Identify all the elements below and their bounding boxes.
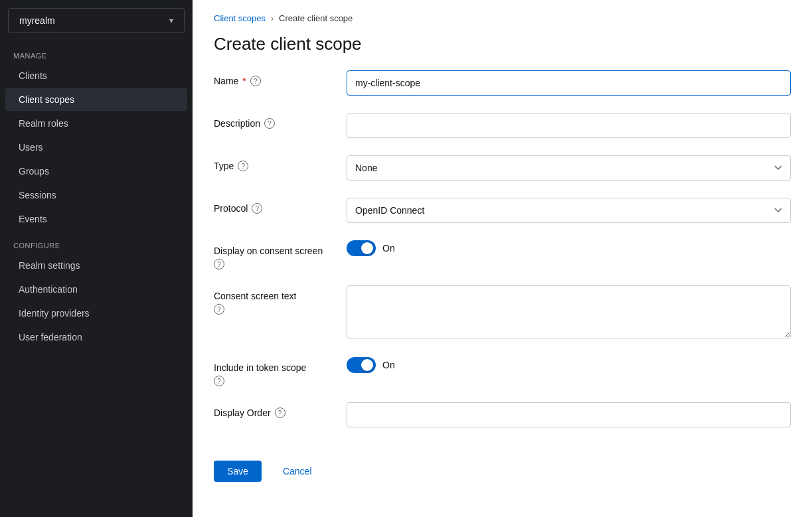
- include-token-row: Include in token scope ? On: [214, 357, 791, 386]
- display-consent-help-icon[interactable]: ?: [214, 259, 224, 269]
- display-consent-row: Display on consent screen ? On: [214, 240, 791, 269]
- include-token-status: On: [382, 360, 395, 370]
- name-required: *: [242, 76, 246, 86]
- include-token-toggle[interactable]: [347, 357, 376, 373]
- sidebar-item-identity-providers[interactable]: Identity providers: [5, 302, 187, 325]
- type-label-col: Type ?: [214, 155, 347, 171]
- breadcrumb-separator: ›: [271, 14, 274, 23]
- chevron-down-icon: ▾: [169, 16, 173, 25]
- sidebar-item-label: Realm roles: [19, 118, 68, 129]
- sidebar-item-sessions[interactable]: Sessions: [5, 184, 187, 206]
- display-order-input[interactable]: [347, 402, 791, 427]
- protocol-control: OpenID Connect SAML: [347, 198, 791, 223]
- name-label-col: Name * ?: [214, 70, 347, 86]
- protocol-help-icon[interactable]: ?: [252, 203, 262, 214]
- consent-text-label: Consent screen text: [214, 291, 297, 301]
- display-consent-toggle[interactable]: [347, 240, 376, 256]
- description-input[interactable]: [347, 113, 791, 138]
- protocol-label: Protocol: [214, 203, 248, 214]
- sidebar-item-realm-settings[interactable]: Realm settings: [5, 254, 187, 277]
- display-consent-label-col: Display on consent screen ?: [214, 240, 347, 269]
- breadcrumb: Client scopes › Create client scope: [193, 0, 812, 29]
- name-row: Name * ?: [214, 70, 791, 97]
- type-select[interactable]: None Default Optional: [347, 155, 791, 181]
- breadcrumb-parent-link[interactable]: Client scopes: [214, 13, 266, 23]
- display-consent-status: On: [382, 243, 395, 254]
- name-help-icon[interactable]: ?: [250, 76, 261, 86]
- description-row: Description ?: [214, 113, 791, 139]
- sidebar-item-label: Events: [19, 214, 47, 224]
- save-button[interactable]: Save: [214, 461, 262, 482]
- consent-text-help-icon[interactable]: ?: [214, 304, 224, 315]
- type-label: Type: [214, 161, 234, 171]
- toggle-thumb-2: [361, 359, 373, 371]
- sidebar-item-user-federation[interactable]: User federation: [5, 326, 187, 348]
- protocol-select[interactable]: OpenID Connect SAML: [347, 198, 791, 223]
- include-token-label-col: Include in token scope ?: [214, 357, 347, 386]
- sidebar-item-label: Authentication: [19, 284, 78, 295]
- sidebar: myrealm ▾ Manage Clients Client scopes R…: [0, 0, 193, 517]
- sidebar-item-label: Realm settings: [19, 260, 80, 271]
- realm-selector[interactable]: myrealm ▾: [8, 8, 185, 33]
- protocol-row: Protocol ? OpenID Connect SAML: [214, 198, 791, 224]
- include-token-control: On: [347, 357, 791, 373]
- configure-section-label: Configure: [0, 231, 193, 254]
- display-order-help-icon[interactable]: ?: [275, 407, 285, 418]
- protocol-label-col: Protocol ?: [214, 198, 347, 214]
- manage-section-label: Manage: [0, 41, 193, 64]
- toggle-thumb: [361, 242, 373, 254]
- description-help-icon[interactable]: ?: [264, 118, 275, 129]
- sidebar-item-realm-roles[interactable]: Realm roles: [5, 112, 187, 135]
- sidebar-item-client-scopes[interactable]: Client scopes: [5, 88, 187, 111]
- main-content: Client scopes › Create client scope Crea…: [193, 0, 812, 517]
- display-consent-label: Display on consent screen: [214, 246, 323, 256]
- create-client-scope-form: Name * ? Description ? Type ?: [193, 70, 812, 498]
- sidebar-item-groups[interactable]: Groups: [5, 160, 187, 183]
- display-order-row: Display Order ?: [214, 402, 791, 429]
- button-row: Save Cancel: [214, 445, 791, 498]
- realm-name: myrealm: [19, 15, 55, 26]
- name-control: [347, 70, 791, 96]
- consent-text-row: Consent screen text ?: [214, 285, 791, 341]
- sidebar-item-label: Client scopes: [19, 94, 74, 105]
- sidebar-item-label: Clients: [19, 70, 47, 81]
- type-row: Type ? None Default Optional: [214, 155, 791, 182]
- display-order-label: Display Order: [214, 407, 271, 418]
- include-token-help-icon[interactable]: ?: [214, 376, 224, 386]
- description-label-col: Description ?: [214, 113, 347, 129]
- display-order-control: [347, 402, 791, 427]
- sidebar-item-events[interactable]: Events: [5, 208, 187, 230]
- sidebar-item-label: Groups: [19, 166, 49, 177]
- description-control: [347, 113, 791, 138]
- sidebar-item-label: Sessions: [19, 190, 56, 200]
- consent-text-input[interactable]: [347, 285, 791, 338]
- breadcrumb-current: Create client scope: [279, 13, 353, 23]
- display-order-label-col: Display Order ?: [214, 402, 347, 418]
- type-help-icon[interactable]: ?: [238, 161, 248, 171]
- description-label: Description: [214, 118, 260, 129]
- include-token-toggle-row: On: [347, 357, 791, 373]
- page-title: Create client scope: [193, 29, 812, 70]
- consent-text-label-col: Consent screen text ?: [214, 285, 347, 315]
- sidebar-item-users[interactable]: Users: [5, 136, 187, 159]
- display-consent-control: On: [347, 240, 791, 256]
- sidebar-item-authentication[interactable]: Authentication: [5, 278, 187, 301]
- name-label: Name: [214, 76, 238, 86]
- include-token-label: Include in token scope: [214, 362, 306, 373]
- display-consent-toggle-row: On: [347, 240, 791, 256]
- sidebar-item-label: User federation: [19, 332, 82, 342]
- sidebar-item-label: Identity providers: [19, 308, 90, 319]
- sidebar-item-label: Users: [19, 142, 43, 153]
- type-control: None Default Optional: [347, 155, 791, 181]
- consent-text-control: [347, 285, 791, 341]
- cancel-button[interactable]: Cancel: [270, 461, 325, 482]
- sidebar-item-clients[interactable]: Clients: [5, 64, 187, 87]
- name-input[interactable]: [347, 70, 791, 96]
